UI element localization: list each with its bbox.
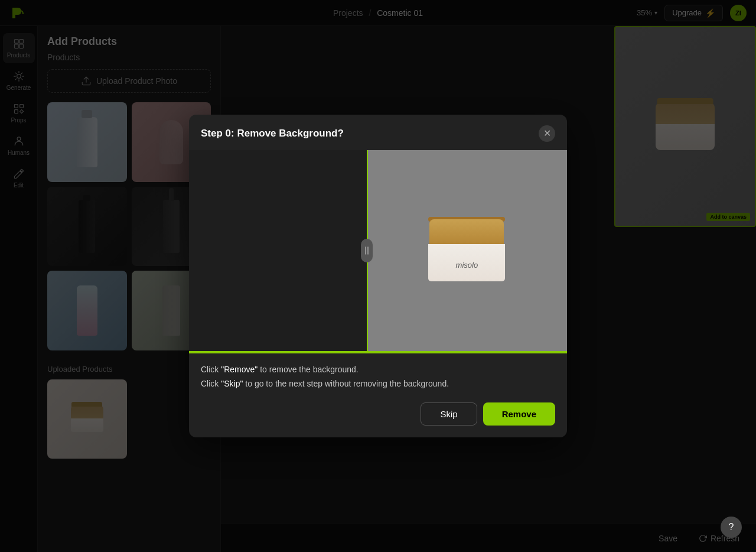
modal-desc-line2: Click "Skip" to go to the next step with… [201, 377, 555, 391]
modal-image-left [189, 150, 367, 351]
remove-background-modal: Step 0: Remove Background? ✕ misolo [189, 115, 567, 438]
modal-description: Click "Remove" to remove the background.… [189, 353, 567, 396]
modal-actions: Skip Remove [189, 395, 567, 437]
image-divider-handle[interactable] [361, 239, 373, 262]
skip-button[interactable]: Skip [421, 402, 477, 426]
drag-handle-icon [364, 246, 370, 255]
modal-title: Step 0: Remove Background? [201, 128, 344, 139]
skip-highlight: "Skip" [221, 379, 243, 388]
modal-desc-line1: Click "Remove" to remove the background. [201, 363, 555, 377]
modal-product-jar: misolo [428, 219, 505, 281]
help-button[interactable]: ? [721, 517, 742, 538]
remove-highlight: "Remove" [221, 365, 258, 374]
jar-brand-text: misolo [456, 261, 478, 269]
close-button[interactable]: ✕ [539, 125, 555, 142]
remove-label: Remove [502, 409, 536, 419]
skip-label: Skip [440, 409, 457, 419]
modal-image-right: misolo [367, 150, 567, 351]
modal-header: Step 0: Remove Background? ✕ [189, 115, 567, 150]
remove-button[interactable]: Remove [483, 402, 555, 426]
help-icon: ? [729, 522, 734, 532]
modal-image-container: misolo [189, 150, 567, 351]
jar-body: misolo [428, 219, 505, 281]
modal-overlay: Step 0: Remove Background? ✕ misolo [0, 0, 756, 552]
